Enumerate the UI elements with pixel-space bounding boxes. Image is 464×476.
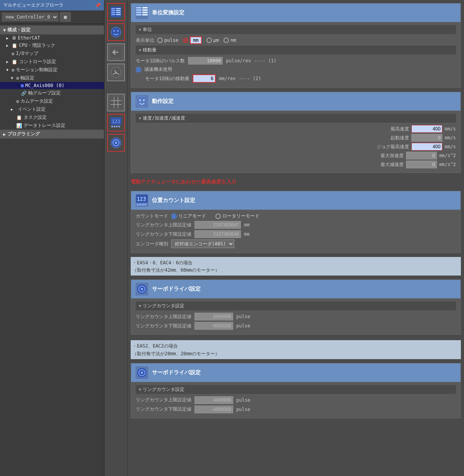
- arrow-icon: ▶: [6, 36, 10, 40]
- servo-note-1: ・EAS4・6、EAC4・6の場合 （取付角寸法が42mm、60mmのモーター）: [131, 257, 461, 276]
- ring-lower-label: リングカウンタ下限設定値: [136, 231, 191, 238]
- sidebar-item-mc-axis000[interactable]: ■ MC_Axis000 (0): [0, 82, 104, 89]
- speed-input-0[interactable]: [411, 125, 442, 133]
- svg-rect-34: [142, 7, 148, 9]
- svg-rect-33: [136, 14, 142, 15]
- servo2-ring-lower-input[interactable]: [194, 406, 233, 413]
- svg-point-9: [111, 27, 121, 37]
- sidebar-item-task[interactable]: 📋 タスク設定: [0, 113, 104, 122]
- servo1-ring-upper-input[interactable]: [194, 313, 233, 320]
- radio-nm[interactable]: nm: [223, 38, 236, 43]
- tool-motion-button[interactable]: [107, 23, 125, 41]
- encoder-select[interactable]: 絶対値エンコーダ(ABS): [171, 240, 234, 248]
- sidebar-item-axis-settings[interactable]: ▼ ⚙ 軸設定: [0, 74, 104, 82]
- radio-mm[interactable]: mm: [183, 36, 201, 44]
- sidebar-item-cam-data[interactable]: ⚙ カムデータ設定: [0, 97, 104, 105]
- svg-rect-2: [111, 10, 115, 11]
- unit-conversion-panel: 単位変換設定 単位 表示単位 pulse mm μm: [131, 3, 461, 88]
- annotation: 電動アクチュェータにあわせた最高速度を入力: [131, 177, 461, 187]
- pulse-value-input[interactable]: [188, 57, 223, 65]
- tool-gauge-button[interactable]: [107, 63, 125, 81]
- ring-upper-unit: mm: [244, 222, 249, 228]
- speed-input-2[interactable]: [411, 143, 442, 151]
- svg-rect-24: [114, 126, 115, 127]
- speed-label-1: 起動速度: [378, 135, 409, 141]
- sidebar-item-axis-group[interactable]: 🔗 軸グループ設定: [0, 89, 104, 97]
- speed-input-4[interactable]: [406, 161, 437, 168]
- servo2-panel-body: リングカウンタ設定 リングカウンタ上限設定値 pulse リングカウンタ下限設定…: [131, 382, 461, 418]
- count-mode-label: カウントモード: [136, 213, 168, 219]
- pulse-radio-circle[interactable]: [157, 38, 163, 43]
- motion-panel-icon: [135, 94, 149, 108]
- ring-lower-input[interactable]: [194, 230, 241, 238]
- pin-icon[interactable]: 📌: [95, 3, 101, 8]
- speed-input-3[interactable]: [406, 152, 437, 159]
- sidebar-item-event[interactable]: ▶ イベント設定: [0, 105, 104, 113]
- servo1-ring-upper-unit: pulse: [236, 314, 250, 319]
- arrow-icon: ▶: [6, 43, 10, 48]
- sidebar-item-data-trace[interactable]: 📊 データトレース設定: [0, 122, 104, 130]
- svg-point-29: [115, 142, 117, 144]
- servo1-panel-header: サーボドライバ設定: [131, 280, 461, 298]
- move-row: モータ1回転の移動量 mm/rev ---- (2): [145, 74, 456, 83]
- sidebar-item-motion-control[interactable]: ▼ ⚙ モーション制御設定: [0, 66, 104, 74]
- unit-panel-title: 単位変換設定: [152, 9, 184, 16]
- motion-panel-body: 速度/加速度/減速度 最高速度 mm/s 起動速度 mm/s ジョグ最高速度 m…: [131, 111, 461, 173]
- trace-icon: 📊: [16, 123, 22, 128]
- tool-grid-button[interactable]: [107, 94, 125, 111]
- radio-pulse[interactable]: pulse: [157, 38, 178, 43]
- group-icon: 🔗: [21, 91, 27, 96]
- sidebar-item-io-map[interactable]: ⚙ I/Oマップ: [0, 50, 104, 58]
- linear-radio[interactable]: [171, 214, 177, 219]
- servo2-ring-upper-input[interactable]: [194, 396, 233, 404]
- item-label: モーション制御設定: [16, 67, 58, 73]
- arrow-icon: [15, 84, 19, 88]
- sidebar-item-ethercat[interactable]: ▶ 🖥 EtherCAT: [0, 34, 104, 41]
- arrow-icon: ▼: [6, 68, 10, 72]
- svg-text:123: 123: [112, 119, 120, 124]
- mm-radio-circle[interactable]: [183, 38, 188, 43]
- svg-rect-37: [142, 14, 148, 15]
- rotary-radio[interactable]: [215, 214, 221, 219]
- section-config[interactable]: ▼ 構成・設定: [0, 26, 104, 34]
- nm-radio-circle[interactable]: [223, 38, 229, 43]
- radio-rotary[interactable]: ロータリーモード: [215, 213, 259, 219]
- encoder-label: エンコーダ種別: [136, 241, 168, 247]
- speed-unit-1: mm/s: [445, 135, 456, 140]
- svg-rect-3: [111, 12, 115, 13]
- arrow-icon: ▶: [11, 107, 15, 111]
- ring-upper-input[interactable]: [194, 221, 241, 229]
- svg-rect-45: [142, 204, 144, 206]
- speed-row-0: 最高速度 mm/s: [136, 125, 456, 133]
- svg-rect-32: [136, 12, 142, 13]
- section-programming[interactable]: ▶ プログラミング: [0, 130, 104, 139]
- speed-input-1[interactable]: [411, 134, 442, 142]
- servo2-ring-section: リングカウンタ設定: [136, 385, 456, 394]
- tool-unit-button[interactable]: [107, 3, 125, 21]
- radio-um[interactable]: μm: [206, 38, 219, 43]
- speed-table: 最高速度 mm/s 起動速度 mm/s ジョグ最高速度 mm/s 最大加速度: [136, 125, 456, 168]
- svg-point-15: [115, 72, 117, 73]
- sidebar-item-controller-settings[interactable]: ▶ 📋 コントローラ設定: [0, 58, 104, 66]
- controller-select[interactable]: new_Controller_0: [2, 13, 58, 21]
- tool-servo-button[interactable]: [107, 134, 125, 152]
- move-value-input[interactable]: [193, 74, 216, 83]
- servo2-ring-upper-row: リングカウンタ上限設定値 pulse: [136, 396, 456, 404]
- decel-radio[interactable]: [136, 67, 141, 72]
- display-unit-row: 表示単位 pulse mm μm: [136, 36, 456, 44]
- main-content: 単位変換設定 単位 表示単位 pulse mm μm: [128, 0, 464, 476]
- servo1-ring-lower-input[interactable]: [194, 322, 233, 330]
- um-radio-circle[interactable]: [206, 38, 212, 43]
- svg-point-52: [141, 372, 143, 374]
- move-unit: mm/rev: [219, 76, 235, 81]
- tool-back-button[interactable]: [107, 43, 125, 61]
- servo1-panel-icon: [135, 282, 149, 296]
- servo1-panel-body: リングカウンタ設定 リングカウンタ上限設定値 pulse リングカウンタ下限設定…: [131, 298, 461, 334]
- speed-unit-4: mm/s^2: [439, 162, 456, 167]
- radio-linear[interactable]: リニアモード: [171, 213, 206, 219]
- svg-rect-4: [111, 14, 115, 15]
- unit-panel-header: 単位変換設定: [131, 3, 461, 22]
- sidebar-item-cpu-rack[interactable]: ▶ 📋 CPU・増設ラック: [0, 41, 104, 50]
- tool-count-button[interactable]: 123: [107, 114, 125, 132]
- controller-bar: new_Controller_0 ▦: [0, 10, 104, 24]
